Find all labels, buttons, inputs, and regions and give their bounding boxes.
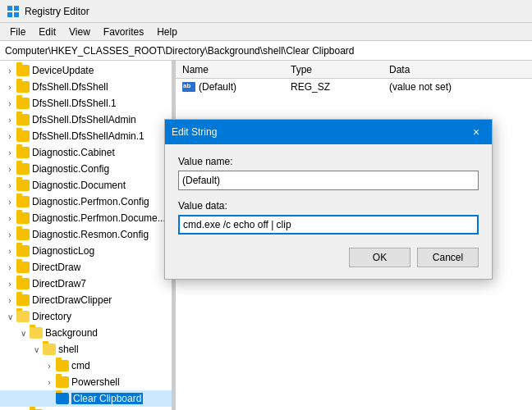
row-type: REG_SZ <box>291 81 389 93</box>
expand-icon: › <box>3 132 16 141</box>
folder-icon <box>16 245 30 257</box>
menu-edit[interactable]: Edit <box>32 25 62 39</box>
expand-icon: › <box>3 66 16 75</box>
tree-item-dfsshell-admin[interactable]: › DfsShell.DfsShellAdmin <box>0 112 172 128</box>
folder-icon <box>16 180 30 191</box>
folder-icon <box>16 130 30 142</box>
dialog-close-button[interactable]: × <box>467 123 485 141</box>
dialog-body: Value name: Value data: OK Cancel <box>165 144 492 279</box>
expand-icon: › <box>3 99 16 108</box>
row-name: (Default) <box>199 81 236 93</box>
tree-label: DfsShell.DfsShell.1 <box>32 98 117 109</box>
folder-icon-open <box>30 327 43 339</box>
tree-item-shell[interactable]: ∨ shell <box>0 341 172 358</box>
svg-rect-1 <box>14 6 19 11</box>
tree-label: shell <box>58 344 79 355</box>
expand-icon: › <box>3 263 16 272</box>
address-path: Computer\HKEY_CLASSES_ROOT\Directory\Bac… <box>5 45 355 57</box>
tree-label: Diagnostic.Document <box>32 180 126 191</box>
tree-item-directdraw7[interactable]: › DirectDraw7 <box>0 276 172 292</box>
folder-icon-open <box>16 311 30 322</box>
menu-favorites[interactable]: Favorites <box>97 25 150 39</box>
tree-item-background[interactable]: ∨ Background <box>0 325 172 341</box>
folder-icon <box>16 98 30 109</box>
folder-icon <box>16 81 30 93</box>
row-data: (value not set) <box>389 81 532 93</box>
folder-icon <box>16 196 30 207</box>
tree-label: Diagnostic.Cabinet <box>32 147 115 158</box>
menu-file[interactable]: File <box>3 25 32 39</box>
tree-item-directdraw[interactable]: › DirectDraw <box>0 259 172 276</box>
expand-icon: › <box>3 280 16 289</box>
tree-item-shellex[interactable]: › shellex <box>0 407 172 410</box>
tree-item-diag-resmon[interactable]: › Diagnostic.Resmon.Config <box>0 226 172 243</box>
col-header-data: Data <box>389 64 532 75</box>
table-row[interactable]: (Default) REG_SZ (value not set) <box>176 79 532 95</box>
tree-label: DirectDrawClipper <box>32 294 112 306</box>
tree-item-clear-clipboard[interactable]: Clear Clipboard <box>0 390 172 407</box>
menu-bar: File Edit View Favorites Help <box>0 23 532 41</box>
tree-panel[interactable]: › DeviceUpdate › DfsShell.DfsShell › Dfs… <box>0 61 172 410</box>
col-header-type: Type <box>291 64 389 75</box>
tree-item-cmd[interactable]: › cmd <box>0 358 172 374</box>
menu-view[interactable]: View <box>62 25 97 39</box>
tree-item-diag-perfmon-doc[interactable]: › Diagnostic.Perfmon.Docume... <box>0 210 172 226</box>
folder-icon <box>16 212 30 224</box>
col-header-name: Name <box>176 64 291 75</box>
tree-label: Diagnostic.Resmon.Config <box>32 229 149 240</box>
tree-item-dfsshell-admin1[interactable]: › DfsShell.DfsShellAdmin.1 <box>0 128 172 144</box>
tree-label: DfsShell.DfsShell <box>32 81 108 93</box>
tree-item-diag-config[interactable]: › Diagnostic.Config <box>0 161 172 177</box>
menu-help[interactable]: Help <box>150 25 184 39</box>
app-icon <box>7 5 20 18</box>
title-bar: Registry Editor <box>0 0 532 23</box>
svg-rect-3 <box>14 12 19 17</box>
tree-item-powershell[interactable]: › Powershell <box>0 374 172 390</box>
tree-item-diag-perfmon[interactable]: › Diagnostic.Perfmon.Config <box>0 194 172 210</box>
tree-item-directory[interactable]: ∨ Directory <box>0 308 172 325</box>
expand-icon: › <box>3 247 16 256</box>
svg-rect-0 <box>7 6 12 11</box>
dialog-buttons: OK Cancel <box>178 248 479 267</box>
expand-icon: › <box>3 116 16 125</box>
value-name-input[interactable] <box>178 171 479 190</box>
folder-icon <box>16 229 30 240</box>
tree-item-directdrawclipper[interactable]: › DirectDrawClipper <box>0 292 172 308</box>
address-bar: Computer\HKEY_CLASSES_ROOT\Directory\Bac… <box>0 41 532 61</box>
tree-label: DfsShell.DfsShellAdmin <box>32 114 136 125</box>
ok-button[interactable]: OK <box>349 248 410 267</box>
tree-label: Powershell <box>71 376 120 388</box>
cancel-button[interactable]: Cancel <box>417 248 479 267</box>
tree-item-diag-document[interactable]: › Diagnostic.Document <box>0 177 172 194</box>
tree-item-diaglog[interactable]: › DiagnosticLog <box>0 243 172 259</box>
expand-icon: › <box>3 83 16 92</box>
tree-item-deviceupdate[interactable]: › DeviceUpdate <box>0 62 172 79</box>
tree-label: DfsShell.DfsShellAdmin.1 <box>32 130 144 142</box>
folder-icon-open <box>43 344 56 355</box>
value-data-input[interactable] <box>178 215 479 235</box>
dialog-title: Edit String <box>172 126 217 138</box>
folder-icon <box>16 65 30 76</box>
tree-label: DiagnosticLog <box>32 245 94 257</box>
tree-label: DeviceUpdate <box>32 65 94 76</box>
folder-icon <box>56 376 69 388</box>
reg-string-icon <box>182 82 195 92</box>
expand-icon: ∨ <box>30 345 43 354</box>
tree-label: Diagnostic.Config <box>32 163 109 175</box>
tree-item-dfsshell[interactable]: › DfsShell.DfsShell <box>0 79 172 95</box>
folder-icon <box>16 163 30 175</box>
tree-label-selected: Clear Clipboard <box>71 393 143 404</box>
folder-icon <box>56 393 69 404</box>
folder-icon <box>56 360 69 371</box>
expand-icon: ∨ <box>16 329 30 338</box>
expand-icon: › <box>3 296 16 305</box>
tree-item-dfsshell1[interactable]: › DfsShell.DfsShell.1 <box>0 95 172 112</box>
tree-item-diag-cabinet[interactable]: › Diagnostic.Cabinet <box>0 144 172 161</box>
folder-icon <box>16 294 30 306</box>
folder-icon <box>16 147 30 158</box>
folder-icon <box>16 114 30 125</box>
expand-icon: › <box>3 198 16 207</box>
folder-icon <box>16 278 30 289</box>
svg-rect-2 <box>7 12 12 17</box>
tree-label: Background <box>45 327 98 339</box>
